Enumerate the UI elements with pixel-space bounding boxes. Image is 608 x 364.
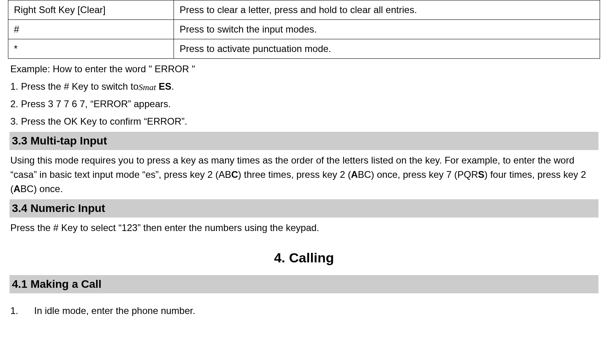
smart-mode-icon: Smat bbox=[139, 82, 156, 92]
section-3-3-heading: 3.3 Multi-tap Input bbox=[10, 132, 598, 150]
step1-dot: . bbox=[172, 81, 174, 92]
table-row: Right Soft Key [Clear] Press to clear a … bbox=[8, 0, 600, 20]
step1-pre: 1. Press the # Key to switch to bbox=[10, 81, 139, 92]
s33-mid1: ) three times, press key 2 ( bbox=[238, 169, 351, 180]
key-cell: * bbox=[8, 39, 174, 59]
bold-A1: A bbox=[351, 169, 358, 180]
step1-mode: ES bbox=[156, 81, 172, 92]
key-table: Right Soft Key [Clear] Press to clear a … bbox=[8, 0, 600, 59]
s33-post: BC) once. bbox=[20, 183, 63, 194]
example-step1: 1. Press the # Key to switch toSmat ES. bbox=[10, 79, 598, 94]
item-number: 1. bbox=[10, 304, 30, 318]
bold-S: S bbox=[478, 169, 484, 180]
desc-cell: Press to activate punctuation mode. bbox=[174, 39, 600, 59]
bold-C: C bbox=[231, 169, 238, 180]
section-4-1-heading: 4.1 Making a Call bbox=[10, 275, 598, 293]
section-3-4-body: Press the # Key to select “123” then ent… bbox=[10, 221, 598, 235]
desc-cell: Press to switch the input modes. bbox=[174, 20, 600, 39]
table-row: * Press to activate punctuation mode. bbox=[8, 39, 600, 59]
section-3-4-heading: 3.4 Numeric Input bbox=[10, 199, 598, 218]
example-step2: 2. Press 3 7 7 6 7, “ERROR” appears. bbox=[10, 97, 598, 111]
table-row: # Press to switch the input modes. bbox=[8, 20, 600, 39]
key-cell: Right Soft Key [Clear] bbox=[8, 0, 174, 20]
item-text: In idle mode, enter the phone number. bbox=[30, 304, 195, 318]
example-intro: Example: How to enter the word " ERROR " bbox=[10, 62, 598, 76]
s33-mid2: BC) once, press key 7 (PQR bbox=[358, 169, 478, 180]
section-4-1-item1: 1. In idle mode, enter the phone number. bbox=[10, 304, 598, 318]
chapter-4-heading: 4. Calling bbox=[8, 248, 600, 268]
example-step3: 3. Press the OK Key to confirm “ERROR”. bbox=[10, 114, 598, 129]
section-3-3-body: Using this mode requires you to press a … bbox=[10, 153, 598, 196]
key-cell: # bbox=[8, 20, 174, 39]
bold-A2: A bbox=[14, 183, 20, 194]
desc-cell: Press to clear a letter, press and hold … bbox=[174, 0, 600, 20]
